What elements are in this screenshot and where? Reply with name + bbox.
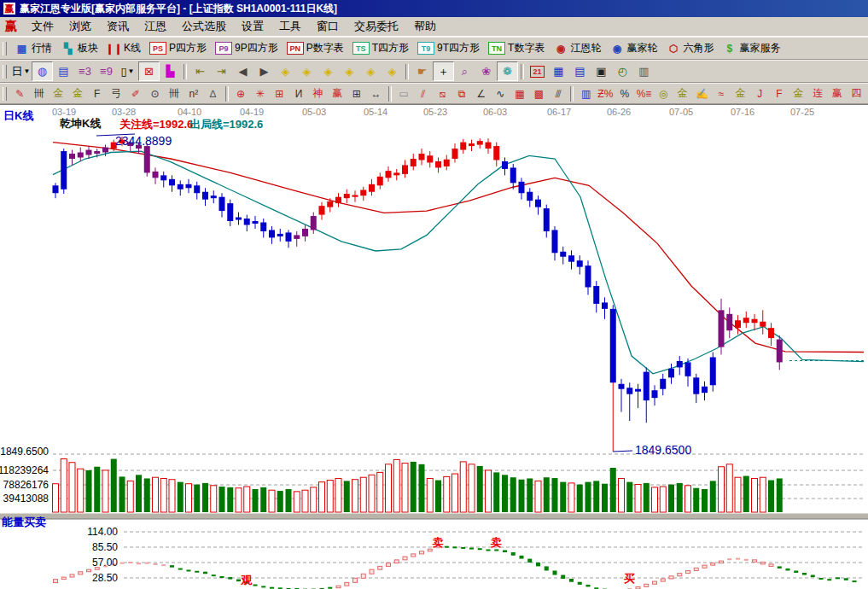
parallel-lines-button[interactable]: ⫻ xyxy=(549,85,568,102)
info-doc-button[interactable]: ▤ xyxy=(53,61,74,81)
brain-tool-button[interactable]: ❁ xyxy=(497,61,518,81)
sectors-button[interactable]: ▚板块 xyxy=(56,39,102,57)
circle-cross-button[interactable]: ⊕ xyxy=(231,85,251,102)
grid-box-button[interactable]: ⊞ xyxy=(347,85,367,102)
gold-circle-button[interactable]: ◎ xyxy=(654,85,673,102)
gann-grid-1-button[interactable]: 卌 xyxy=(30,85,50,102)
red-grid-1-button[interactable]: ▦ xyxy=(510,85,530,102)
n-squared-button[interactable]: n² xyxy=(184,85,204,102)
stat-chart-button[interactable]: ▥ xyxy=(576,85,596,102)
f-angle-button[interactable]: F xyxy=(770,85,789,102)
diamond-arrow-4-button[interactable]: ◈ xyxy=(339,61,360,81)
pen-a-button[interactable]: ✍ xyxy=(692,85,712,102)
time-circle-button[interactable]: ⊙ xyxy=(145,85,165,102)
first-page-button[interactable]: ⇤ xyxy=(189,61,211,81)
hexagon-button[interactable]: ⬡六角形 xyxy=(661,39,718,57)
calendar-21-button[interactable]: 21 xyxy=(527,61,548,81)
diamond-arrow-1-button[interactable]: ◈ xyxy=(275,61,296,81)
notes-button[interactable]: ▤ xyxy=(569,61,591,81)
menu-item-5[interactable]: 设置 xyxy=(234,17,271,36)
diamond-arrow-5-button[interactable]: ◈ xyxy=(360,61,382,81)
hand-drag-button[interactable]: ☛ xyxy=(411,61,433,81)
win-angle-button[interactable]: 赢 xyxy=(827,85,847,102)
percent-z-button[interactable]: Ƶ% xyxy=(596,85,615,102)
box-diagonal-button[interactable]: ⧅ xyxy=(433,85,452,102)
gold-grid-1-button[interactable]: 金 xyxy=(49,85,68,102)
menu-item-6[interactable]: 工具 xyxy=(271,17,309,36)
candle-type-button[interactable]: ▯▼ xyxy=(117,61,138,81)
si-angle-button[interactable]: 四 xyxy=(847,85,866,102)
wave-mark-button[interactable]: И xyxy=(289,85,309,102)
title-bar[interactable]: 赢 赢家江恩专业版[赢家内部服务平台] - [上证指数 SH1A0001-111… xyxy=(0,0,868,17)
crosshair-icon: ＋ xyxy=(438,64,449,79)
world-time-button[interactable]: ◴ xyxy=(612,61,633,81)
crosshair-button[interactable]: ＋ xyxy=(433,61,454,81)
gold-angle-2-button[interactable]: 金 xyxy=(789,85,808,102)
menu-item-1[interactable]: 浏览 xyxy=(61,17,99,36)
save-button[interactable]: ▣ xyxy=(591,61,612,81)
lian-angle-button[interactable]: 连 xyxy=(808,85,828,102)
box-fan-button[interactable]: ⧉ xyxy=(452,85,472,102)
p-square-button[interactable]: PSP四方形 xyxy=(145,39,211,57)
menu-item-2[interactable]: 资讯 xyxy=(99,17,137,36)
zigzag-button[interactable]: ∿ xyxy=(491,85,510,102)
diamond-arrow-2-button[interactable]: ◈ xyxy=(296,61,317,81)
gold-angle-button[interactable]: 金 xyxy=(731,85,750,102)
calculator-button[interactable]: ▦ xyxy=(548,61,569,81)
gold-lines-button[interactable]: 金 xyxy=(673,85,692,102)
p-number-table-button[interactable]: PNP数字表 xyxy=(283,39,348,57)
angle-a-button[interactable]: ∆ xyxy=(203,85,223,102)
menu-item-8[interactable]: 交易委托 xyxy=(347,17,406,36)
menu-item-3[interactable]: 江恩 xyxy=(137,17,174,36)
diamond-arrow-3-button[interactable]: ◈ xyxy=(317,61,339,81)
wave-channel-button[interactable]: ≈ xyxy=(712,85,731,102)
rect-tool-button[interactable]: ▭ xyxy=(394,85,414,102)
angle-lines-button[interactable]: ∠ xyxy=(471,85,491,102)
zoom-tool-button[interactable]: ⌕ xyxy=(454,61,475,81)
web-grid-button[interactable]: ⊞ xyxy=(270,85,289,102)
menu-item-0[interactable]: 文件 xyxy=(24,17,61,36)
quotes-button[interactable]: ▦行情 xyxy=(10,39,56,57)
chart-3-button[interactable]: ≡3 xyxy=(74,61,96,81)
brush-tool-button[interactable]: ✐ xyxy=(126,85,146,102)
system-tool-button[interactable]: ▥ xyxy=(633,61,655,81)
last-page-button[interactable]: ⇥ xyxy=(211,61,232,81)
percent-lines-button[interactable]: %≡ xyxy=(634,85,654,102)
winner-wheel-button[interactable]: ◉赢家轮 xyxy=(605,39,661,57)
gold-grid-2-button[interactable]: 金 xyxy=(68,85,88,102)
9p-square-button[interactable]: P99P四方形 xyxy=(211,39,283,57)
win-tool-button[interactable]: 赢 xyxy=(328,85,347,102)
flower-tool-button[interactable]: ❀ xyxy=(475,61,497,81)
t-number-table-button[interactable]: TNT数字表 xyxy=(484,39,549,57)
save-icon: ▣ xyxy=(596,65,606,78)
kline-button[interactable]: ❙❙K线 xyxy=(102,39,145,57)
period-day-button[interactable]: 日▼ xyxy=(10,61,32,81)
diamond-arrow-6-button[interactable]: ◈ xyxy=(382,61,403,81)
shen-tool-button[interactable]: 神 xyxy=(308,85,328,102)
chart-canvas[interactable]: 观卖卖买1849.6500118239264788261763941308811… xyxy=(0,105,868,589)
f-grid-button[interactable]: F xyxy=(87,85,107,102)
next-bar-button[interactable]: ▶ xyxy=(253,61,275,81)
chart-9-button[interactable]: ≡9 xyxy=(96,61,117,81)
t-square-button[interactable]: TST四方形 xyxy=(348,39,413,57)
j-angle-button[interactable]: J xyxy=(750,85,770,102)
menu-item-9[interactable]: 帮助 xyxy=(406,17,444,36)
gann-wheel-button[interactable]: ◉江恩轮 xyxy=(549,39,605,57)
percent-button[interactable]: % xyxy=(615,85,635,102)
menu-item-4[interactable]: 公式选股 xyxy=(174,17,234,36)
winner-service-button[interactable]: $赢家服务 xyxy=(718,39,784,57)
ray-fan-button[interactable]: ⫽ xyxy=(413,85,433,102)
qiankun-kline-button[interactable]: ⊠ xyxy=(138,61,160,81)
hash-lines-button[interactable]: 卌 xyxy=(165,85,184,102)
draw-pen-button[interactable]: ✎ xyxy=(10,85,30,102)
color-histogram-button[interactable]: ▙ xyxy=(160,61,181,81)
9t-square-button[interactable]: T99T四方形 xyxy=(413,39,484,57)
prev-bar-button[interactable]: ◀ xyxy=(232,61,253,81)
bow-grid-button[interactable]: 弓 xyxy=(107,85,126,102)
toolbar-separator xyxy=(521,64,524,79)
menu-item-7[interactable]: 窗口 xyxy=(309,17,347,36)
width-measure-button[interactable]: ↔ xyxy=(366,85,386,102)
gann-wheel-small-button[interactable]: ✳ xyxy=(250,85,270,102)
red-grid-2-button[interactable]: ▩ xyxy=(529,85,549,102)
chart-pattern-button[interactable]: ◍ xyxy=(32,61,53,81)
